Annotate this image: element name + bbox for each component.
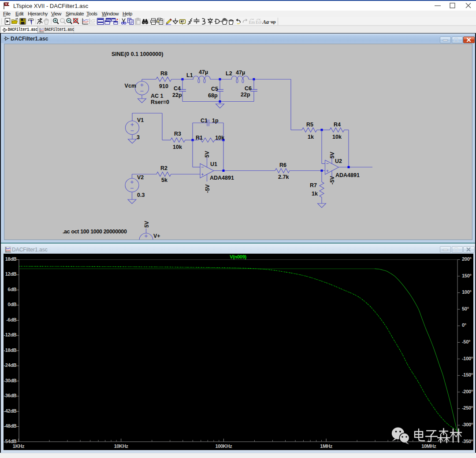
svg-text:R8: R8 bbox=[160, 70, 167, 77]
svg-text:-12dB: -12dB bbox=[4, 332, 16, 337]
svg-text:1k: 1k bbox=[312, 191, 318, 197]
svg-text:.ac oct 100 1000 20000000: .ac oct 100 1000 20000000 bbox=[63, 229, 127, 235]
svg-text:-50°: -50° bbox=[462, 339, 470, 344]
svg-text:ADA4891: ADA4891 bbox=[335, 172, 360, 178]
svg-text:Em: Em bbox=[249, 20, 255, 25]
svg-text:R1: R1 bbox=[196, 135, 203, 141]
svg-text:C4: C4 bbox=[174, 85, 181, 92]
svg-text:22p: 22p bbox=[241, 92, 250, 98]
svg-text:EƏ: EƏ bbox=[256, 20, 261, 25]
svg-text:-30dB: -30dB bbox=[4, 378, 16, 383]
svg-text:AC 1: AC 1 bbox=[151, 93, 164, 99]
svg-text:68p: 68p bbox=[208, 92, 218, 99]
svg-text:C1: C1 bbox=[201, 118, 208, 124]
svg-text:3: 3 bbox=[137, 134, 140, 140]
svg-text:47µ: 47µ bbox=[199, 69, 208, 75]
svg-text:R7: R7 bbox=[310, 182, 317, 188]
svg-text:-6dB: -6dB bbox=[6, 317, 17, 322]
svg-text:5V: 5V bbox=[329, 151, 335, 159]
svg-text:10k: 10k bbox=[173, 144, 182, 150]
svg-text:-250°: -250° bbox=[462, 405, 473, 410]
svg-text:Aa: Aa bbox=[262, 19, 269, 25]
svg-text:ADA4891: ADA4891 bbox=[210, 175, 234, 181]
svg-text:V1: V1 bbox=[137, 117, 144, 123]
svg-text:L1: L1 bbox=[186, 72, 193, 78]
svg-text:-18dB: -18dB bbox=[4, 347, 16, 353]
svg-text:10k: 10k bbox=[215, 135, 224, 141]
svg-text:-24dB: -24dB bbox=[4, 362, 16, 368]
svg-text:R3: R3 bbox=[174, 131, 181, 137]
svg-text:-42dB: -42dB bbox=[4, 408, 16, 414]
svg-text:47µ: 47µ bbox=[236, 70, 245, 76]
svg-text:5V: 5V bbox=[204, 151, 210, 158]
svg-text:R6: R6 bbox=[279, 162, 286, 168]
svg-text:2.7k: 2.7k bbox=[278, 174, 289, 180]
svg-text:100°: 100° bbox=[462, 289, 472, 295]
svg-text:0.3: 0.3 bbox=[137, 192, 145, 198]
svg-text:1MHz: 1MHz bbox=[320, 443, 332, 449]
svg-text:5V: 5V bbox=[144, 221, 150, 228]
svg-text:0°: 0° bbox=[462, 322, 466, 328]
svg-text:-350°: -350° bbox=[462, 439, 473, 444]
svg-text:10MHz: 10MHz bbox=[421, 443, 436, 449]
svg-text:Vcm: Vcm bbox=[125, 83, 136, 89]
svg-text:-54dB: -54dB bbox=[4, 439, 16, 444]
svg-text:R4: R4 bbox=[334, 122, 341, 128]
svg-text:-150°: -150° bbox=[462, 372, 473, 377]
svg-text:1KHz: 1KHz bbox=[13, 443, 25, 449]
svg-text:·op: ·op bbox=[269, 19, 276, 24]
svg-text:10k: 10k bbox=[332, 134, 342, 140]
svg-text:V+: V+ bbox=[153, 233, 160, 239]
svg-text:-5V: -5V bbox=[329, 176, 335, 185]
svg-text:200°: 200° bbox=[462, 256, 472, 262]
svg-text:12dB: 12dB bbox=[5, 271, 17, 277]
svg-text:10KHz: 10KHz bbox=[114, 443, 129, 449]
svg-text:SINE(0 0.1 1000000): SINE(0 0.1 1000000) bbox=[112, 51, 163, 57]
svg-text:U1: U1 bbox=[210, 161, 217, 167]
svg-text:-200°: -200° bbox=[462, 389, 473, 394]
svg-text:Rser=0: Rser=0 bbox=[151, 99, 169, 105]
svg-text:L2: L2 bbox=[226, 70, 232, 77]
svg-text:V2: V2 bbox=[137, 174, 144, 181]
svg-text:C5: C5 bbox=[211, 86, 218, 92]
svg-text:-36dB: -36dB bbox=[4, 393, 16, 398]
svg-text:18dB: 18dB bbox=[5, 256, 17, 262]
svg-text:C6: C6 bbox=[245, 85, 252, 92]
svg-text:50°: 50° bbox=[462, 306, 469, 311]
svg-text:-100°: -100° bbox=[462, 356, 473, 361]
svg-text:1k: 1k bbox=[308, 134, 314, 140]
svg-text:-48dB: -48dB bbox=[4, 423, 16, 428]
svg-text:6dB: 6dB bbox=[8, 287, 17, 292]
svg-text:R5: R5 bbox=[306, 122, 313, 128]
svg-text:U2: U2 bbox=[335, 158, 342, 164]
svg-text:150°: 150° bbox=[462, 273, 472, 278]
svg-text:100KHz: 100KHz bbox=[215, 443, 232, 449]
svg-text:-300°: -300° bbox=[462, 422, 473, 427]
svg-text:910: 910 bbox=[159, 83, 168, 89]
svg-text:5k: 5k bbox=[161, 177, 167, 183]
svg-text:1p: 1p bbox=[212, 118, 219, 124]
svg-text:V(n009): V(n009) bbox=[230, 254, 246, 259]
svg-text:R2: R2 bbox=[160, 165, 167, 171]
svg-text:22p: 22p bbox=[172, 92, 182, 98]
svg-text:-5V: -5V bbox=[205, 184, 211, 193]
svg-text:0dB: 0dB bbox=[8, 302, 17, 307]
